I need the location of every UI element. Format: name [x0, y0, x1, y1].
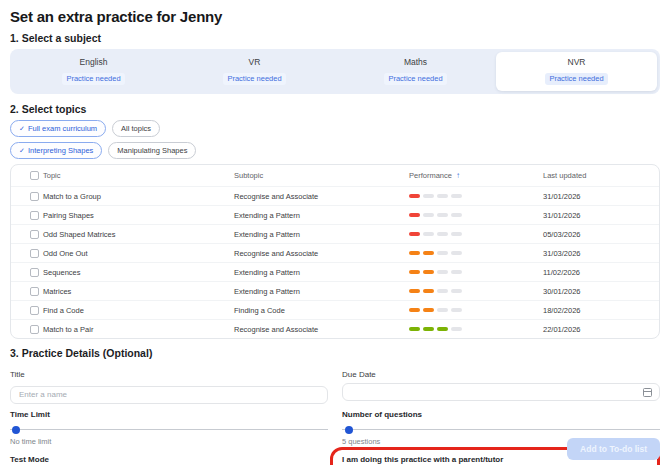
row-checkbox[interactable] [30, 192, 39, 201]
performance-bar [423, 289, 434, 293]
table-row: Odd One Out Recognise and Associate 31/0… [11, 243, 659, 262]
performance-bar [409, 308, 420, 312]
subject-name: VR [174, 57, 335, 67]
time-limit-slider[interactable] [10, 426, 328, 434]
performance-bar [437, 251, 448, 255]
row-checkbox[interactable] [30, 249, 39, 258]
performance-bar [409, 232, 420, 236]
performance-bar [423, 194, 434, 198]
topic-cell: Match to a Group [43, 192, 234, 201]
curriculum-filter-row: ✓ Full exam curriculum All topics [10, 120, 660, 137]
filter-chip[interactable]: All topics [112, 120, 160, 137]
subtopic-cell: Extending a Pattern [234, 211, 409, 220]
performance-bar [409, 251, 420, 255]
performance-bar [409, 270, 420, 274]
row-checkbox[interactable] [30, 287, 39, 296]
performance-bar [451, 327, 462, 331]
last-updated-cell: 31/01/2026 [543, 192, 659, 201]
table-row: Find a Code Finding a Code 18/02/2026 [11, 300, 659, 319]
slider-thumb[interactable] [345, 426, 353, 434]
table-row: Match to a Pair Recognise and Associate … [11, 319, 659, 338]
subject-card-nvr[interactable]: NVR Practice needed [496, 52, 657, 91]
chip-label: All topics [121, 124, 151, 133]
column-header-last-updated[interactable]: Last updated [543, 171, 659, 180]
calendar-icon[interactable] [643, 388, 652, 397]
performance-bar [437, 232, 448, 236]
chip-label: Full exam curriculum [28, 124, 97, 133]
slider-thumb[interactable] [12, 426, 20, 434]
subject-card-maths[interactable]: Maths Practice needed [335, 52, 496, 91]
row-checkbox[interactable] [30, 325, 39, 334]
title-input[interactable] [10, 386, 328, 404]
performance-meter [409, 289, 543, 293]
performance-bar [423, 308, 434, 312]
performance-meter [409, 251, 543, 255]
row-checkbox[interactable] [30, 268, 39, 277]
topic-cell: Pairing Shapes [43, 211, 234, 220]
due-date-input[interactable] [342, 383, 660, 401]
topics-table: Topic Subtopic Performance↑ Last updated… [10, 164, 660, 339]
row-checkbox[interactable] [30, 230, 39, 239]
subtopic-cell: Extending a Pattern [234, 287, 409, 296]
subtopic-cell: Recognise and Associate [234, 325, 409, 334]
filter-chip[interactable]: Manipulating Shapes [108, 142, 196, 159]
add-to-todo-button[interactable]: Add to To-do list [567, 438, 660, 460]
last-updated-cell: 05/03/2026 [543, 230, 659, 239]
performance-bar [409, 213, 420, 217]
num-questions-slider[interactable] [342, 426, 660, 434]
last-updated-cell: 31/01/2026 [543, 211, 659, 220]
subject-name: NVR [496, 57, 657, 67]
performance-bar [437, 194, 448, 198]
performance-bar [423, 270, 434, 274]
subject-selector: English Practice needed VR Practice need… [10, 49, 660, 94]
chip-label: Manipulating Shapes [117, 146, 187, 155]
performance-bar [451, 289, 462, 293]
due-date-field-group: Due Date [342, 364, 660, 404]
row-checkbox[interactable] [30, 211, 39, 220]
practice-needed-badge: Practice needed [384, 73, 446, 85]
subject-card-vr[interactable]: VR Practice needed [174, 52, 335, 91]
practice-needed-badge: Practice needed [545, 73, 607, 85]
performance-bar [437, 270, 448, 274]
performance-bar [423, 327, 434, 331]
performance-bar [409, 327, 420, 331]
topic-cell: Matrices [43, 287, 234, 296]
performance-bar [451, 194, 462, 198]
filter-chip[interactable]: ✓ Interpreting Shapes [10, 142, 102, 159]
last-updated-cell: 18/02/2026 [543, 306, 659, 315]
table-row: Pairing Shapes Extending a Pattern 31/01… [11, 205, 659, 224]
topic-filter-row: ✓ Interpreting Shapes Manipulating Shape… [10, 142, 660, 159]
performance-bar [437, 213, 448, 217]
column-header-performance[interactable]: Performance↑ [409, 171, 543, 180]
time-limit-label: Time Limit [10, 410, 328, 419]
slider-track [342, 429, 660, 430]
topic-cell: Sequences [43, 268, 234, 277]
filter-chip[interactable]: ✓ Full exam curriculum [10, 120, 106, 137]
select-all-checkbox[interactable] [30, 171, 39, 180]
performance-bar [451, 270, 462, 274]
topic-cell: Match to a Pair [43, 325, 234, 334]
table-body: Match to a Group Recognise and Associate… [11, 186, 659, 338]
subject-card-english[interactable]: English Practice needed [13, 52, 174, 91]
sort-ascending-icon[interactable]: ↑ [456, 171, 460, 180]
performance-bar [451, 251, 462, 255]
subtopic-cell: Recognise and Associate [234, 249, 409, 258]
time-limit-group: Time Limit No time limit [10, 404, 328, 446]
title-label: Title [10, 370, 328, 379]
performance-meter [409, 270, 543, 274]
column-header-subtopic[interactable]: Subtopic [234, 171, 409, 180]
performance-meter [409, 194, 543, 198]
row-checkbox[interactable] [30, 306, 39, 315]
title-field-group: Title [10, 364, 328, 404]
last-updated-cell: 11/02/2026 [543, 268, 659, 277]
topic-cell: Odd Shaped Matrices [43, 230, 234, 239]
details-section-heading: 3. Practice Details (Optional) [10, 347, 660, 359]
table-row: Sequences Extending a Pattern 11/02/2026 [11, 262, 659, 281]
performance-bar [451, 213, 462, 217]
practice-needed-badge: Practice needed [62, 73, 124, 85]
footer: Add to To-do list [567, 438, 660, 460]
subject-name: English [13, 57, 174, 67]
column-header-topic[interactable]: Topic [43, 171, 234, 180]
performance-bar [423, 213, 434, 217]
topic-cell: Find a Code [43, 306, 234, 315]
